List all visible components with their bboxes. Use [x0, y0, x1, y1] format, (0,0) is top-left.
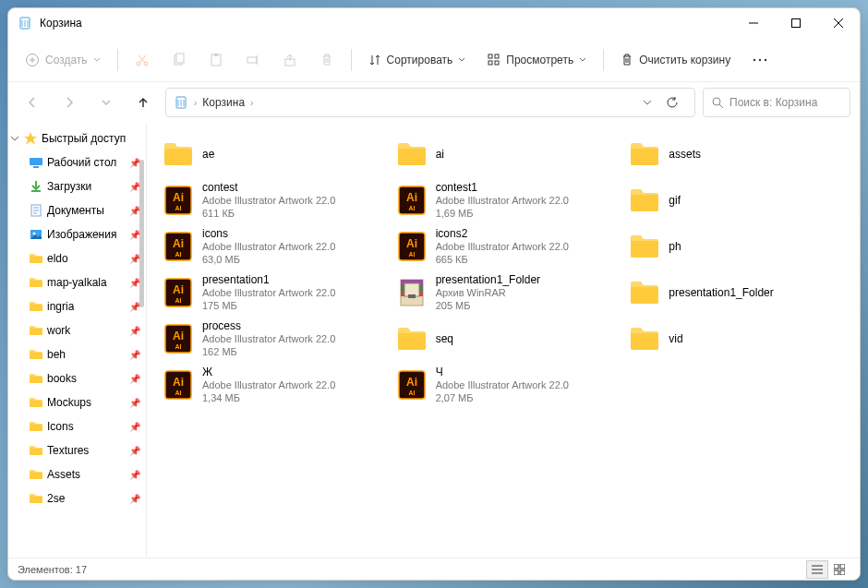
sidebar-item-eldo[interactable]: eldo📌: [8, 246, 146, 270]
sidebar-scrollbar[interactable]: [139, 160, 144, 307]
sidebar-item-рабочий-стол[interactable]: Рабочий стол📌: [8, 150, 146, 174]
sidebar-item-mockups[interactable]: Mockups📌: [8, 390, 146, 414]
search-field[interactable]: Поиск в: Корзина: [703, 88, 850, 117]
copy-button[interactable]: [163, 43, 196, 77]
file-item[interactable]: ЧAdobe Illustrator Artwork 22.02,07 МБ: [393, 363, 614, 407]
new-button[interactable]: Создать: [16, 43, 110, 77]
svg-rect-8: [214, 54, 218, 56]
file-name-label: presentation1_Folder: [669, 286, 773, 299]
large-icons-view-button[interactable]: [828, 560, 850, 579]
file-name-label: contest: [202, 181, 335, 194]
svg-point-17: [765, 58, 766, 60]
file-item[interactable]: ai: [393, 132, 614, 176]
titlebar: Корзина: [8, 8, 860, 38]
file-list: aeaiassetscontestAdobe Illustrator Artwo…: [147, 123, 860, 558]
file-item[interactable]: vid: [626, 317, 847, 361]
view-icon: [488, 54, 500, 66]
sidebar-item-загрузки[interactable]: Загрузки📌: [8, 174, 146, 198]
file-name-label: ph: [669, 240, 681, 253]
file-size-label: 1,69 МБ: [436, 207, 569, 220]
sidebar-item-изображения[interactable]: Изображения📌: [8, 222, 146, 246]
sidebar-item-ingria[interactable]: ingria📌: [8, 294, 146, 318]
svg-point-19: [713, 98, 720, 105]
sidebar-item-books[interactable]: books📌: [8, 366, 146, 390]
sidebar-item-label: beh: [47, 348, 66, 361]
svg-rect-12: [495, 54, 499, 58]
ai-icon: [162, 322, 195, 355]
sidebar-item-label: Textures: [47, 444, 89, 457]
file-item[interactable]: ЖAdobe Illustrator Artwork 22.01,34 МБ: [160, 363, 380, 407]
file-item[interactable]: assets: [626, 132, 847, 176]
svg-rect-20: [834, 564, 838, 569]
pictures-icon: [29, 227, 43, 242]
sort-button-label: Сортировать: [387, 54, 453, 66]
file-type-label: Adobe Illustrator Artwork 22.0: [436, 194, 569, 207]
star-icon: [23, 131, 38, 146]
sidebar-item-map-yalkala[interactable]: map-yalkala📌: [8, 270, 146, 294]
chevron-down-icon[interactable]: [643, 98, 652, 107]
file-item[interactable]: icons2Adobe Illustrator Artwork 22.0665 …: [393, 224, 614, 269]
share-button[interactable]: [273, 43, 307, 77]
sidebar-item-quick-access[interactable]: Быстрый доступ: [8, 126, 146, 150]
ai-icon: [395, 184, 428, 217]
folder-icon: [162, 138, 195, 171]
file-item[interactable]: iconsAdobe Illustrator Artwork 22.063,0 …: [160, 224, 380, 269]
recent-button[interactable]: [91, 88, 121, 117]
sidebar-item-assets[interactable]: Assets📌: [8, 462, 146, 486]
file-item[interactable]: gif: [626, 178, 847, 222]
close-button[interactable]: [817, 8, 860, 38]
sidebar-item-textures[interactable]: Textures📌: [8, 438, 146, 462]
chevron-down-icon: [93, 56, 101, 64]
recycle-bin-icon: [18, 16, 32, 30]
svg-rect-13: [488, 61, 492, 65]
forward-button[interactable]: [54, 88, 84, 117]
back-button[interactable]: [18, 88, 47, 117]
file-item[interactable]: contest1Adobe Illustrator Artwork 22.01,…: [393, 178, 614, 222]
sidebar-item-документы[interactable]: Документы📌: [8, 198, 146, 222]
paste-button[interactable]: [199, 43, 233, 77]
details-view-button[interactable]: [806, 560, 828, 579]
maximize-button[interactable]: [775, 8, 817, 38]
svg-rect-1: [792, 19, 801, 28]
folder-icon: [29, 443, 43, 458]
chevron-down-icon: [10, 134, 19, 143]
file-item[interactable]: processAdobe Illustrator Artwork 22.0162…: [160, 317, 380, 361]
folder-icon: [29, 395, 43, 410]
pin-icon: 📌: [129, 374, 140, 384]
folder-icon: [628, 322, 661, 355]
sort-icon: [368, 54, 381, 66]
up-button[interactable]: [128, 88, 158, 117]
address-field[interactable]: › Корзина ›: [165, 88, 695, 117]
rename-button[interactable]: [236, 43, 270, 77]
file-item[interactable]: ph: [626, 224, 847, 269]
sidebar-item-2se[interactable]: 2se📌: [8, 486, 146, 510]
svg-rect-11: [488, 54, 492, 58]
file-type-label: Adobe Illustrator Artwork 22.0: [436, 378, 569, 391]
file-item[interactable]: presentation1_Folder: [626, 270, 847, 315]
breadcrumb-root[interactable]: Корзина: [202, 96, 245, 109]
file-item[interactable]: ae: [160, 132, 380, 176]
folder-icon: [29, 299, 43, 314]
file-name-label: presentation1_Folder: [436, 273, 540, 286]
file-item[interactable]: seq: [393, 317, 614, 361]
sidebar-item-icons[interactable]: Icons📌: [8, 414, 146, 438]
refresh-button[interactable]: [657, 88, 687, 117]
file-item[interactable]: presentation1_FolderАрхив WinRAR205 МБ: [393, 270, 614, 315]
address-bar: › Корзина › Поиск в: Корзина: [8, 82, 860, 123]
empty-recycle-bin-button[interactable]: Очистить корзину: [611, 43, 740, 77]
minimize-button[interactable]: [732, 8, 775, 38]
ai-icon: [162, 276, 195, 309]
sidebar-item-label: Icons: [47, 420, 74, 433]
more-button[interactable]: [743, 43, 777, 77]
sidebar-item-beh[interactable]: beh📌: [8, 342, 146, 366]
sidebar-item-work[interactable]: work📌: [8, 318, 146, 342]
delete-button[interactable]: [310, 43, 344, 77]
file-item[interactable]: presentation1Adobe Illustrator Artwork 2…: [160, 270, 380, 315]
view-button[interactable]: Просмотреть: [478, 43, 596, 77]
file-type-label: Adobe Illustrator Artwork 22.0: [202, 332, 335, 345]
sort-button[interactable]: Сортировать: [359, 43, 476, 77]
cut-button[interactable]: [126, 43, 159, 77]
file-item[interactable]: contestAdobe Illustrator Artwork 22.0611…: [160, 178, 380, 222]
sidebar-item-label: 2se: [47, 492, 65, 505]
file-type-label: Adobe Illustrator Artwork 22.0: [436, 240, 569, 253]
